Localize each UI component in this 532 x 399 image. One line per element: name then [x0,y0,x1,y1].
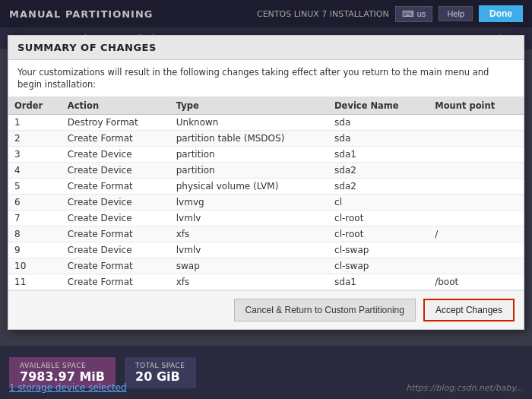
installation-title: CENTOS LINUX 7 INSTALLATION [257,9,389,19]
top-bar-right: CENTOS LINUX 7 INSTALLATION ⌨ us Help Do… [257,5,523,22]
cell-type: xfs [170,274,328,290]
cell-mount [429,131,524,147]
cell-action: Create Device [62,147,170,163]
cell-type: Unknown [170,115,328,131]
cell-device: sda2 [328,179,429,195]
total-space-label: TOTAL SPACE [135,362,185,369]
cell-type: xfs [170,226,328,242]
cell-device: sda1 [328,274,429,290]
cell-mount [429,242,524,258]
cell-type: lvmvg [170,195,328,211]
cell-order: 1 [8,115,62,131]
dialog-description: Your customizations will result in the f… [8,60,524,97]
cancel-button[interactable]: Cancel & Return to Custom Partitioning [234,299,416,321]
available-space-value: 7983.97 MiB [20,369,105,384]
bottom-bar: AVAILABLE SPACE 7983.97 MiB TOTAL SPACE … [0,346,532,399]
cell-device: cl-swap [328,242,429,258]
cell-order: 7 [8,211,62,226]
cell-action: Create Device [62,195,170,211]
cell-action: Destroy Format [62,115,170,131]
cell-device: sda1 [328,147,429,163]
changes-table: Order Action Type Device Name Mount poin… [8,97,524,290]
cell-order: 11 [8,274,62,290]
cell-mount [429,195,524,211]
col-type: Type [170,97,328,115]
table-row: 4Create Devicepartitionsda2 [8,163,524,179]
table-row: 3Create Devicepartitionsda1 [8,147,524,163]
table-row: 2Create Formatpartition table (MSDOS)sda [8,131,524,147]
col-action: Action [62,97,170,115]
cell-type: lvmlv [170,211,328,226]
cell-action: Create Device [62,242,170,258]
cell-order: 10 [8,258,62,274]
dialog-header: SUMMARY OF CHANGES [8,36,524,60]
keyboard-icon: ⌨ [402,9,414,19]
cell-action: Create Format [62,179,170,195]
cell-order: 4 [8,163,62,179]
cell-action: Create Format [62,131,170,147]
cell-action: Create Device [62,163,170,179]
cell-mount [429,163,524,179]
table-row: 6Create Devicelvmvgcl [8,195,524,211]
cell-order: 6 [8,195,62,211]
cell-device: cl-root [328,211,429,226]
top-bar: MANUAL PARTITIONING CENTOS LINUX 7 INSTA… [0,0,532,27]
cell-device: sda2 [328,163,429,179]
help-button[interactable]: Help [439,6,473,21]
cell-mount [429,258,524,274]
cell-action: Create Format [62,274,170,290]
cell-device: sda [328,115,429,131]
cell-device: cl-swap [328,258,429,274]
table-row: 5Create Formatphysical volume (LVM)sda2 [8,179,524,195]
table-row: 9Create Devicelvmlvcl-swap [8,242,524,258]
done-button[interactable]: Done [479,5,523,22]
table-row: 1Destroy FormatUnknownsda [8,115,524,131]
storage-device-link[interactable]: 1 storage device selected [9,382,127,393]
cell-type: partition [170,147,328,163]
keyboard-button[interactable]: ⌨ us [395,6,433,22]
watermark: https://blog.csdn.net/baby... [406,383,523,393]
keyboard-label: us [417,9,426,18]
cell-order: 9 [8,242,62,258]
cell-type: physical volume (LVM) [170,179,328,195]
cell-order: 5 [8,179,62,195]
cell-device: sda [328,131,429,147]
table-row: 11Create Formatxfssda1/boot [8,274,524,290]
cell-mount [429,179,524,195]
cell-mount: / [429,226,524,242]
table-row: 8Create Formatxfscl-root/ [8,226,524,242]
main-content: ▼ New CentOS Linux 7 Installation cl-roo… [0,27,532,399]
changes-table-wrapper: Order Action Type Device Name Mount poin… [8,97,524,290]
cell-action: Create Format [62,258,170,274]
cell-mount [429,211,524,226]
cell-mount [429,115,524,131]
cell-device: cl [328,195,429,211]
cell-order: 2 [8,131,62,147]
accept-changes-button[interactable]: Accept Changes [423,299,515,321]
total-space-box: TOTAL SPACE 20 GiB [125,357,195,388]
summary-dialog: SUMMARY OF CHANGES Your customizations w… [8,35,524,330]
cell-type: lvmlv [170,242,328,258]
cell-mount [429,147,524,163]
cell-order: 8 [8,226,62,242]
cell-type: partition table (MSDOS) [170,131,328,147]
col-device: Device Name [328,97,429,115]
dialog-footer: Cancel & Return to Custom Partitioning A… [8,290,524,329]
cell-type: swap [170,258,328,274]
available-space-label: AVAILABLE SPACE [20,362,105,369]
cell-device: cl-root [328,226,429,242]
dialog-title: SUMMARY OF CHANGES [17,42,157,53]
col-order: Order [8,97,62,115]
table-row: 10Create Formatswapcl-swap [8,258,524,274]
app-title: MANUAL PARTITIONING [9,8,153,20]
table-header-row: Order Action Type Device Name Mount poin… [8,97,524,115]
total-space-value: 20 GiB [135,369,185,384]
table-row: 7Create Devicelvmlvcl-root [8,211,524,226]
cell-action: Create Format [62,226,170,242]
cell-mount: /boot [429,274,524,290]
cell-action: Create Device [62,211,170,226]
cell-order: 3 [8,147,62,163]
cell-type: partition [170,163,328,179]
col-mount: Mount point [429,97,524,115]
